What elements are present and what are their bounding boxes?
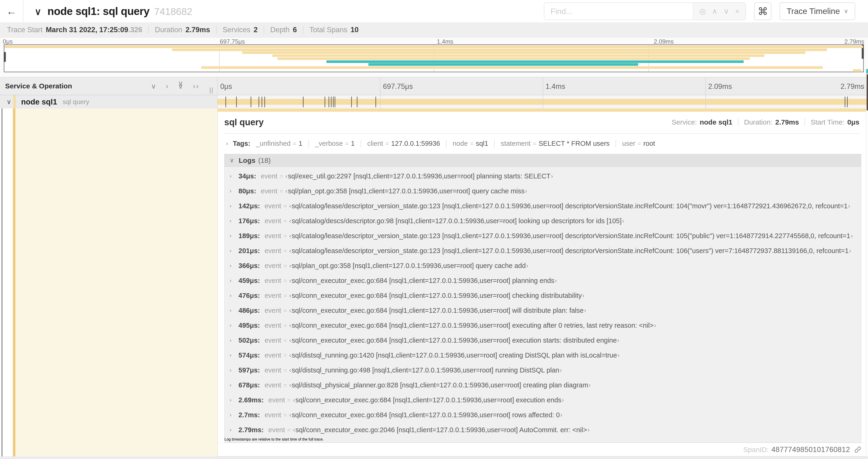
close-quote: ›: [582, 292, 584, 299]
find-input[interactable]: [545, 3, 693, 20]
tags-accordion[interactable]: › Tags: _unfinished=1_verbose=1client=12…: [218, 134, 866, 152]
open-quote: ‹: [289, 412, 291, 419]
keyboard-shortcuts-button[interactable]: ⌘: [754, 2, 771, 20]
log-row[interactable]: ›80μs:event=‹sql/plan_opt.go:358 [nsql1,…: [224, 184, 861, 198]
log-row[interactable]: ›201μs:event=‹sql/catalog/lease/descript…: [224, 243, 861, 258]
log-row[interactable]: ›176μs:event=‹sql/catalog/descs/descript…: [224, 214, 861, 228]
open-quote: ‹: [293, 426, 295, 434]
chevron-down-icon[interactable]: ∨: [6, 98, 11, 106]
equals-sign: =: [283, 337, 287, 344]
close-quote: ›: [555, 277, 557, 284]
log-row[interactable]: ›476μs:event=‹sql/conn_executor_exec.go:…: [224, 288, 861, 303]
log-row[interactable]: ›574μs:event=‹sql/distsql_running.go:142…: [224, 348, 861, 363]
chevron-right-icon: ›: [229, 173, 234, 179]
separator: [216, 26, 217, 34]
chevron-right-icon: ›: [229, 188, 234, 194]
collapse-one-icon[interactable]: ∨: [151, 82, 156, 90]
logs-label: Logs: [239, 157, 255, 164]
log-field-key: event: [265, 217, 281, 225]
top-bar-actions: ◎∧∨× ⌘ Trace Timeline ∨: [544, 2, 855, 20]
span-operation-name: sql query: [63, 98, 89, 106]
detail-meta-label: Duration:: [744, 118, 773, 126]
span-row-name-column[interactable]: ∨ node sql1 sql query: [0, 95, 217, 108]
equals-sign: =: [293, 140, 296, 147]
chevron-right-icon: ›: [229, 218, 234, 224]
chevron-right-icon: ›: [226, 140, 228, 147]
log-timestamp: 2.7ms:: [239, 411, 260, 419]
equals-sign: =: [283, 292, 287, 299]
tag-item[interactable]: _unfinished=1: [256, 140, 302, 147]
trace-collapse-chevron-icon[interactable]: ∨: [34, 6, 41, 17]
log-field-key: event: [268, 396, 285, 404]
tag-item[interactable]: user=root: [622, 140, 655, 147]
log-field-value: sql/conn_executor_exec.go:684 [nsql1,cli…: [296, 396, 561, 404]
log-marker-tick: [258, 97, 259, 107]
locate-icon[interactable]: ◎: [699, 7, 706, 15]
log-row[interactable]: ›189μs:event=‹sql/catalog/lease/descript…: [224, 228, 861, 243]
open-quote: ‹: [289, 382, 291, 389]
detail-meta-label: Service:: [672, 118, 697, 126]
trace-summary-bar: Trace StartMarch 31 2022, 17:25:09.326Du…: [0, 22, 868, 38]
open-quote: ‹: [289, 247, 291, 255]
log-timestamp: 678μs:: [239, 381, 260, 389]
log-row[interactable]: ›678μs:event=‹sql/distsql_physical_plann…: [224, 378, 861, 393]
tag-item[interactable]: node=sql1: [453, 140, 488, 147]
open-quote: ‹: [289, 322, 291, 329]
close-quote: ›: [617, 337, 619, 344]
clear-search-icon[interactable]: ×: [735, 7, 739, 15]
tag-item[interactable]: client=127.0.0.1:59936: [367, 140, 440, 147]
log-timestamp: 34μs:: [239, 172, 256, 180]
column-resizer-grip[interactable]: [210, 88, 215, 94]
close-quote: ›: [654, 322, 656, 329]
collapse-all-icon[interactable]: ∨: [178, 82, 183, 90]
log-row[interactable]: ›2.79ms:event=‹sql/conn_executor_exec.go…: [224, 422, 861, 437]
tag-item[interactable]: statement=SELECT * FROM users: [501, 140, 610, 147]
link-icon[interactable]: [854, 446, 862, 454]
back-button[interactable]: ←: [0, 0, 23, 22]
log-field-key: event: [265, 336, 281, 344]
expand-all-icon[interactable]: ›: [193, 82, 195, 90]
separator: [616, 140, 616, 147]
timeline-minimap[interactable]: [4, 44, 864, 72]
log-row[interactable]: ›142μs:event=‹sql/catalog/lease/descript…: [224, 198, 861, 214]
trace-view-select[interactable]: Trace Timeline ∨: [780, 2, 855, 20]
log-marker-tick: [225, 97, 226, 107]
expand-one-icon[interactable]: ›: [166, 82, 168, 90]
span-row[interactable]: ∨ node sql1 sql query: [0, 95, 868, 108]
log-timestamp: 459μs:: [239, 277, 260, 285]
close-quote: ›: [588, 426, 590, 434]
timeline-scrollbar-thumb[interactable]: [867, 74, 868, 110]
log-row[interactable]: ›486μs:event=‹sql/conn_executor_exec.go:…: [224, 303, 861, 318]
equals-sign: =: [345, 140, 349, 147]
timeline-ruler: 0μs697.75μs1.4ms2.09ms2.79ms: [217, 77, 868, 95]
log-marker-tick: [845, 97, 845, 107]
minimap-left-scrubber[interactable]: [4, 52, 6, 62]
log-field-key: event: [265, 352, 281, 359]
tag-item[interactable]: _verbose=1: [315, 140, 355, 147]
next-match-icon[interactable]: ∨: [723, 7, 729, 15]
trace-meta-value-suffix: .326: [128, 26, 142, 34]
span-color-bar: [13, 95, 16, 108]
equals-sign: =: [283, 307, 287, 314]
log-row[interactable]: ›502μs:event=‹sql/conn_executor_exec.go:…: [224, 333, 861, 348]
tag-value: 1: [299, 140, 302, 147]
log-row[interactable]: ›597μs:event=‹sql/distsql_running.go:498…: [224, 363, 861, 378]
log-row[interactable]: ›366μs:event=‹sql/plan_opt.go:358 [nsql1…: [224, 258, 861, 273]
log-field-value: sql/conn_executor_exec.go:2046 [nsql1,cl…: [296, 426, 587, 434]
log-row[interactable]: ›2.69ms:event=‹sql/conn_executor_exec.go…: [224, 393, 861, 407]
logs-header[interactable]: ∨ Logs (18): [224, 154, 861, 167]
page-title: node sql1: sql query: [48, 5, 149, 18]
trace-meta-value: 6: [293, 26, 297, 34]
span-color-accent-strip: [218, 108, 866, 112]
log-row[interactable]: ›2.7ms:event=‹sql/conn_executor_exec.go:…: [224, 407, 861, 422]
prev-match-icon[interactable]: ∧: [712, 7, 717, 15]
chevron-right-icon: ›: [229, 352, 234, 358]
log-row[interactable]: ›459μs:event=‹sql/conn_executor_exec.go:…: [224, 273, 861, 288]
separator: [303, 26, 303, 34]
equals-sign: =: [287, 427, 291, 433]
log-field-value: sql/conn_executor_exec.go:684 [nsql1,cli…: [292, 322, 654, 329]
open-quote: ‹: [289, 217, 291, 225]
log-row[interactable]: ›495μs:event=‹sql/conn_executor_exec.go:…: [224, 318, 861, 333]
span-row-track[interactable]: [217, 95, 868, 108]
log-row[interactable]: ›34μs:event=‹sql/exec_util.go:2297 [nsql…: [224, 169, 861, 184]
